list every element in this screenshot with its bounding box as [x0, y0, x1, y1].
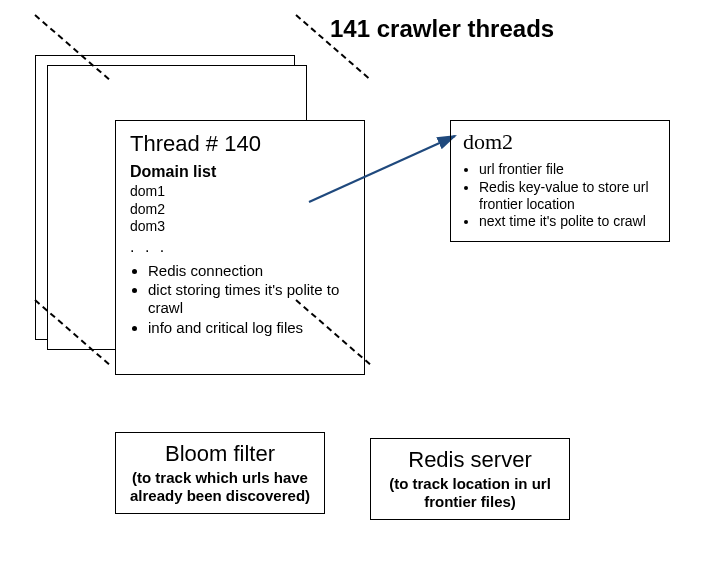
thread-stack: Thread # 140 Domain list dom1 dom2 dom3 … [35, 55, 335, 375]
domain-list-label: Domain list [130, 163, 350, 181]
domain-detail-title: dom2 [463, 129, 659, 155]
domain-detail-bullet: Redis key-value to store url frontier lo… [479, 179, 659, 213]
diagram-title: 141 crawler threads [330, 15, 554, 43]
redis-subtitle: (to track location in url frontier files… [381, 475, 559, 511]
thread-title: Thread # 140 [130, 131, 350, 157]
thread-card: Thread # 140 Domain list dom1 dom2 dom3 … [115, 120, 365, 375]
domain-detail-bullets: url frontier file Redis key-value to sto… [463, 161, 659, 230]
thread-bullet: Redis connection [148, 262, 350, 280]
domain-item: dom3 [130, 218, 350, 236]
thread-bullets: Redis connection dict storing times it's… [130, 262, 350, 337]
ellipsis: . . . [130, 238, 350, 256]
domain-item: dom2 [130, 201, 350, 219]
bloom-title: Bloom filter [126, 441, 314, 467]
bloom-subtitle: (to track which urls have already been d… [126, 469, 314, 505]
redis-title: Redis server [381, 447, 559, 473]
domain-detail-box: dom2 url frontier file Redis key-value t… [450, 120, 670, 242]
domain-item: dom1 [130, 183, 350, 201]
domain-detail-bullet: next time it's polite to crawl [479, 213, 659, 230]
domain-detail-bullet: url frontier file [479, 161, 659, 178]
thread-bullet: dict storing times it's polite to crawl [148, 281, 350, 316]
bloom-filter-box: Bloom filter (to track which urls have a… [115, 432, 325, 514]
redis-server-box: Redis server (to track location in url f… [370, 438, 570, 520]
